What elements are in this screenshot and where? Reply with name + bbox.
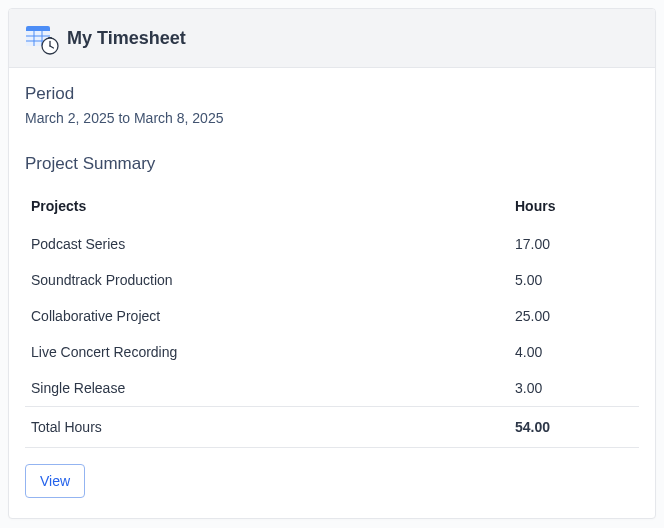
total-row: Total Hours54.00 bbox=[25, 407, 639, 448]
summary-title: Project Summary bbox=[25, 154, 639, 174]
card-title: My Timesheet bbox=[67, 28, 186, 49]
card-body: Period March 2, 2025 to March 8, 2025 Pr… bbox=[9, 68, 655, 518]
project-summary-section: Project Summary Projects Hours Podcast S… bbox=[25, 154, 639, 448]
timesheet-card: My Timesheet Period March 2, 2025 to Mar… bbox=[8, 8, 656, 519]
svg-rect-9 bbox=[48, 37, 52, 38]
timesheet-icon bbox=[25, 23, 55, 53]
project-name: Soundtrack Production bbox=[25, 262, 509, 298]
project-hours: 4.00 bbox=[509, 334, 639, 370]
project-name: Podcast Series bbox=[25, 226, 509, 262]
table-row: Live Concert Recording4.00 bbox=[25, 334, 639, 370]
project-name: Collaborative Project bbox=[25, 298, 509, 334]
period-section: Period March 2, 2025 to March 8, 2025 bbox=[25, 84, 639, 126]
table-row: Collaborative Project25.00 bbox=[25, 298, 639, 334]
project-hours: 3.00 bbox=[509, 370, 639, 407]
view-button[interactable]: View bbox=[25, 464, 85, 498]
card-header: My Timesheet bbox=[9, 9, 655, 68]
period-label: Period bbox=[25, 84, 639, 104]
summary-table: Projects Hours Podcast Series17.00Soundt… bbox=[25, 190, 639, 448]
project-name: Single Release bbox=[25, 370, 509, 407]
project-hours: 17.00 bbox=[509, 226, 639, 262]
table-row: Soundtrack Production5.00 bbox=[25, 262, 639, 298]
col-hours: Hours bbox=[509, 190, 639, 226]
table-separator bbox=[25, 448, 639, 449]
total-value: 54.00 bbox=[509, 407, 639, 448]
actions-row: View bbox=[25, 464, 639, 498]
col-projects: Projects bbox=[25, 190, 509, 226]
project-hours: 5.00 bbox=[509, 262, 639, 298]
project-hours: 25.00 bbox=[509, 298, 639, 334]
project-name: Live Concert Recording bbox=[25, 334, 509, 370]
table-row: Podcast Series17.00 bbox=[25, 226, 639, 262]
total-label: Total Hours bbox=[25, 407, 509, 448]
table-row: Single Release3.00 bbox=[25, 370, 639, 407]
period-value: March 2, 2025 to March 8, 2025 bbox=[25, 110, 639, 126]
